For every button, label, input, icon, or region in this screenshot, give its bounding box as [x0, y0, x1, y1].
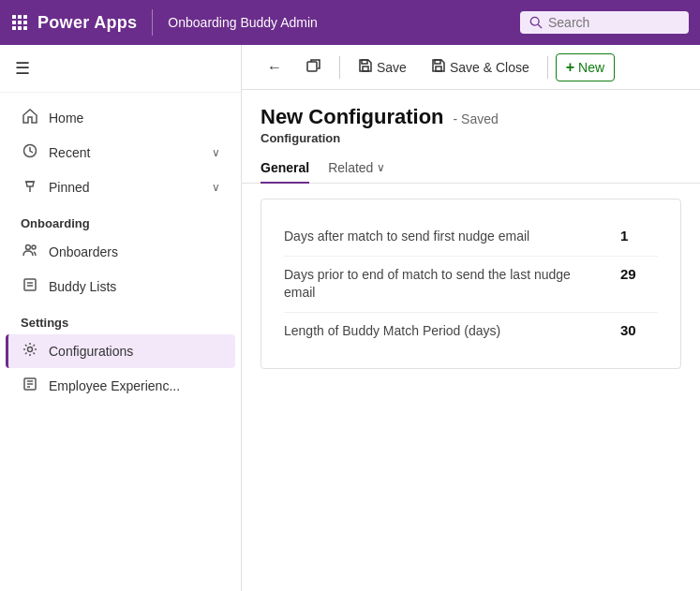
- sidebar: ☰ Home Recent ∨: [0, 45, 242, 591]
- configurations-icon: [21, 342, 39, 361]
- svg-rect-16: [24, 279, 36, 290]
- section-onboarding: Onboarding: [0, 205, 241, 234]
- sidebar-item-pinned[interactable]: Pinned ∨: [6, 170, 235, 204]
- sidebar-item-employee-experience[interactable]: Employee Experienc...: [6, 369, 235, 403]
- svg-rect-26: [362, 60, 367, 64]
- svg-point-15: [32, 245, 36, 249]
- pin-icon: [21, 178, 39, 197]
- section-settings: Settings: [0, 304, 241, 333]
- sidebar-item-onboarders-label: Onboarders: [49, 244, 220, 259]
- svg-point-19: [28, 347, 33, 352]
- svg-rect-24: [307, 62, 317, 71]
- sidebar-item-employee-experience-label: Employee Experienc...: [49, 378, 220, 393]
- back-button[interactable]: ←: [257, 53, 292, 81]
- tab-general-label: General: [261, 160, 309, 175]
- svg-rect-0: [12, 15, 16, 19]
- sidebar-item-onboarders[interactable]: Onboarders: [6, 235, 235, 269]
- tab-related-label: Related: [328, 160, 373, 175]
- svg-rect-1: [18, 15, 22, 19]
- tabs: General Related ∨: [242, 145, 700, 184]
- toolbar-divider-2: [547, 56, 548, 79]
- page-title: New Configuration: [261, 105, 444, 129]
- plus-icon: +: [566, 59, 574, 76]
- sidebar-item-pinned-label: Pinned: [49, 180, 202, 195]
- page-saved-status: - Saved: [454, 111, 499, 126]
- sidebar-item-buddy-lists[interactable]: Buddy Lists: [6, 270, 235, 303]
- svg-point-14: [26, 245, 31, 250]
- search-icon: [529, 16, 543, 29]
- form-content: Days after match to send first nudge ema…: [242, 184, 700, 591]
- save-close-button[interactable]: Save & Close: [421, 52, 540, 82]
- sidebar-item-configurations-label: Configurations: [49, 344, 220, 359]
- toolbar-divider-1: [339, 56, 340, 79]
- svg-rect-7: [18, 26, 22, 30]
- save-close-label: Save & Close: [450, 60, 529, 75]
- svg-rect-28: [435, 60, 440, 64]
- tab-general[interactable]: General: [261, 155, 309, 183]
- chevron-down-icon-pinned: ∨: [212, 181, 220, 194]
- page-subtitle: Configuration: [261, 131, 681, 145]
- home-icon: [21, 109, 39, 127]
- main-content: ← Save: [242, 45, 700, 591]
- sidebar-item-configurations[interactable]: Configurations: [6, 334, 235, 368]
- toolbar: ← Save: [242, 45, 700, 90]
- sidebar-nav: Home Recent ∨: [0, 93, 241, 411]
- svg-rect-25: [363, 66, 368, 71]
- svg-rect-6: [12, 26, 16, 30]
- hamburger-button[interactable]: ☰: [0, 45, 241, 93]
- form-row-first-nudge: Days after match to send first nudge ema…: [284, 218, 658, 257]
- form-value-last-nudge: 29: [620, 266, 658, 282]
- svg-point-9: [530, 17, 539, 25]
- svg-rect-5: [23, 21, 27, 24]
- topbar-divider: [152, 9, 153, 36]
- sidebar-item-recent[interactable]: Recent ∨: [6, 136, 235, 170]
- employee-experience-icon: [21, 377, 39, 395]
- onboarders-icon: [21, 243, 39, 261]
- topbar-context: Onboarding Buddy Admin: [168, 15, 511, 30]
- form-row-last-nudge: Days prior to end of match to send the l…: [284, 257, 658, 313]
- svg-rect-2: [23, 15, 27, 19]
- form-row-match-period: Length of Buddy Match Period (days) 30: [284, 313, 658, 350]
- svg-rect-3: [12, 21, 16, 24]
- new-button[interactable]: + New: [556, 53, 615, 81]
- chevron-down-icon: ∨: [212, 146, 220, 159]
- form-value-match-period: 30: [620, 322, 658, 338]
- sidebar-item-buddy-lists-label: Buddy Lists: [49, 279, 220, 294]
- sidebar-item-home-label: Home: [49, 111, 220, 126]
- form-label-first-nudge: Days after match to send first nudge ema…: [284, 228, 605, 246]
- search-box[interactable]: [520, 11, 689, 34]
- svg-rect-8: [23, 26, 27, 30]
- save-icon: [358, 58, 373, 77]
- sidebar-item-home[interactable]: Home: [6, 101, 235, 135]
- tab-related[interactable]: Related ∨: [328, 155, 385, 183]
- new-label: New: [578, 60, 604, 75]
- topbar: Power Apps Onboarding Buddy Admin: [0, 0, 700, 45]
- svg-rect-4: [18, 21, 22, 24]
- search-input[interactable]: [548, 15, 670, 30]
- form-label-match-period: Length of Buddy Match Period (days): [284, 322, 605, 341]
- svg-line-10: [538, 24, 542, 28]
- save-button[interactable]: Save: [348, 52, 417, 82]
- clock-icon: [21, 143, 39, 162]
- form-label-last-nudge: Days prior to end of match to send the l…: [284, 266, 605, 303]
- save-close-icon: [431, 58, 446, 77]
- save-label: Save: [377, 60, 407, 75]
- restore-icon: [306, 58, 321, 77]
- restore-button[interactable]: [296, 52, 332, 82]
- page-header: New Configuration - Saved Configuration: [242, 90, 700, 145]
- sidebar-item-recent-label: Recent: [49, 145, 202, 160]
- svg-rect-27: [436, 66, 441, 71]
- page-title-row: New Configuration - Saved: [261, 105, 681, 129]
- grid-icon[interactable]: [11, 14, 28, 31]
- form-card: Days after match to send first nudge ema…: [261, 199, 681, 369]
- layout: ☰ Home Recent ∨: [0, 45, 700, 591]
- chevron-down-related-icon: ∨: [377, 161, 385, 174]
- form-value-first-nudge: 1: [620, 228, 658, 244]
- back-icon: ←: [267, 59, 282, 76]
- app-name: Power Apps: [37, 13, 137, 33]
- buddy-lists-icon: [21, 277, 39, 296]
